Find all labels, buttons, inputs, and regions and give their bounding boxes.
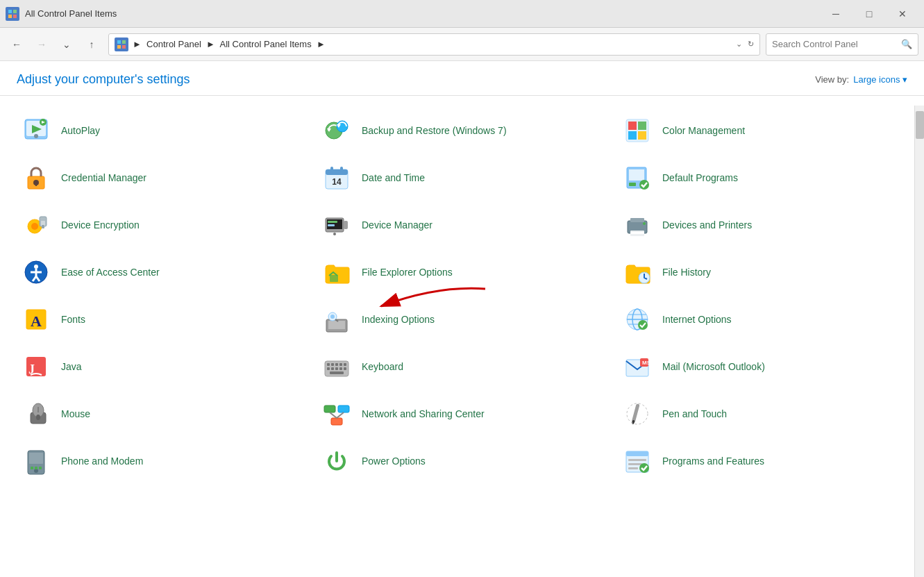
autoplay-icon: [19, 114, 53, 147]
list-item[interactable]: Indexing Options: [312, 296, 612, 343]
item-label: Devices and Printers: [662, 219, 752, 231]
address-dropdown[interactable]: ⌄: [736, 40, 742, 49]
svg-rect-5: [122, 40, 126, 44]
list-item[interactable]: Credential Manager: [11, 154, 312, 201]
list-item[interactable]: Programs and Features: [612, 437, 913, 485]
item-label: Power Options: [362, 455, 426, 467]
svg-rect-7: [122, 45, 126, 49]
list-item[interactable]: Network and Sharing Center: [312, 390, 612, 437]
scrollbar-thumb[interactable]: [916, 111, 924, 139]
svg-point-10: [34, 134, 38, 138]
maximize-button[interactable]: □: [853, 3, 885, 24]
svg-point-52: [34, 265, 38, 269]
list-item[interactable]: Mouse: [11, 390, 312, 437]
search-input[interactable]: [772, 39, 901, 49]
list-item[interactable]: A Fonts: [11, 296, 312, 343]
svg-rect-1: [13, 10, 17, 13]
keyboard-icon: [320, 350, 353, 383]
main-content: Adjust your computer's settings View by:…: [0, 61, 924, 577]
svg-rect-2: [8, 15, 12, 18]
svg-rect-19: [628, 122, 637, 130]
refresh-button[interactable]: ↻: [748, 40, 754, 49]
svg-rect-85: [344, 367, 346, 370]
svg-rect-106: [35, 467, 37, 469]
power-options-icon: [320, 444, 353, 478]
back-button[interactable]: ←: [6, 33, 28, 56]
svg-rect-33: [629, 183, 636, 186]
item-label: Java: [61, 360, 82, 373]
navigation-bar: ← → ⌄ ↑ ► Control Panel ► All Control Pa…: [0, 28, 924, 61]
svg-rect-27: [326, 169, 348, 175]
list-item[interactable]: Device Encryption: [11, 201, 312, 249]
list-item[interactable]: Keyboard: [312, 343, 612, 390]
mail-icon: MS: [621, 350, 654, 383]
list-item[interactable]: Ease of Access Center: [11, 249, 312, 296]
svg-rect-84: [339, 367, 342, 370]
svg-rect-42: [344, 221, 348, 229]
svg-rect-78: [335, 363, 338, 366]
backup-icon: [320, 114, 353, 147]
list-item[interactable]: Power Options: [312, 437, 612, 485]
address-text: ► Control Panel ► All Control Panel Item…: [133, 39, 730, 49]
list-item[interactable]: Backup and Restore (Windows 7): [312, 107, 612, 154]
page-title: Adjust your computer's settings: [17, 72, 190, 87]
item-label: Ease of Access Center: [61, 266, 160, 278]
devices-printers-icon: [621, 208, 654, 242]
phone-modem-icon: [19, 444, 53, 478]
list-item[interactable]: AutoPlay: [11, 107, 312, 154]
item-label: Backup and Restore (Windows 7): [362, 124, 507, 137]
item-label: Device Encryption: [61, 219, 140, 231]
up-button[interactable]: ↑: [81, 33, 103, 56]
mouse-icon: [19, 397, 53, 430]
svg-rect-96: [331, 418, 342, 425]
svg-point-50: [643, 222, 646, 225]
item-label: Color Management: [662, 124, 745, 137]
svg-point-72: [638, 320, 648, 330]
svg-rect-22: [638, 131, 646, 140]
address-bar[interactable]: ► Control Panel ► All Control Panel Item…: [108, 33, 760, 56]
ease-access-icon: [19, 256, 53, 289]
list-item[interactable]: File History: [612, 249, 913, 296]
list-item[interactable]: Default Programs: [612, 154, 913, 201]
svg-rect-94: [324, 405, 335, 412]
list-item[interactable]: Color Management: [612, 107, 913, 154]
list-item[interactable]: Pen and Touch: [612, 390, 913, 437]
list-item[interactable]: J Java: [11, 343, 312, 390]
svg-rect-49: [630, 232, 644, 234]
list-item[interactable]: Devices and Printers: [612, 201, 913, 249]
item-label: Mail (Microsoft Outlook): [662, 360, 765, 373]
svg-rect-76: [327, 363, 330, 366]
list-item[interactable]: Phone and Modem: [11, 437, 312, 485]
svg-line-98: [337, 412, 344, 418]
svg-point-43: [333, 233, 336, 235]
minimize-button[interactable]: ─: [820, 3, 852, 24]
search-box[interactable]: 🔍: [766, 33, 918, 56]
svg-rect-4: [117, 40, 121, 44]
forward-button[interactable]: →: [31, 33, 53, 56]
svg-rect-25: [35, 183, 37, 186]
svg-text:A: A: [31, 312, 42, 330]
network-sharing-icon: [320, 397, 353, 430]
item-label: Mouse: [61, 408, 90, 420]
svg-rect-21: [628, 131, 637, 140]
svg-rect-20: [638, 122, 646, 130]
list-item[interactable]: File Explorer Options: [312, 249, 612, 296]
item-label: Network and Sharing Center: [362, 408, 485, 420]
close-button[interactable]: ✕: [887, 3, 918, 24]
svg-rect-109: [626, 451, 648, 456]
list-item[interactable]: Device Manager: [312, 201, 612, 249]
file-history-icon: [621, 256, 654, 289]
svg-rect-3: [13, 15, 17, 18]
list-item[interactable]: MS Mail (Microsoft Outlook): [612, 343, 913, 390]
window-title: All Control Panel Items: [25, 8, 820, 19]
indexing-options-icon: [320, 303, 353, 336]
recent-locations-button[interactable]: ⌄: [56, 33, 78, 56]
scrollbar[interactable]: [914, 106, 924, 577]
item-label: Date and Time: [362, 172, 425, 184]
svg-rect-82: [331, 367, 334, 370]
view-by-dropdown[interactable]: Large icons ▾: [853, 74, 907, 85]
list-item[interactable]: 14 Date and Time: [312, 154, 612, 201]
default-programs-icon: [621, 161, 654, 194]
item-label: Phone and Modem: [61, 455, 143, 467]
list-item[interactable]: Internet Options: [612, 296, 913, 343]
